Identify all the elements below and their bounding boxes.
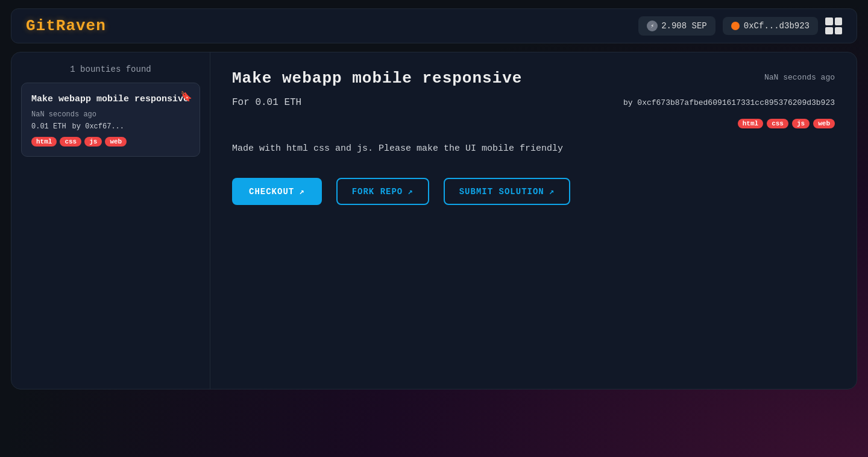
tag-html: html (31, 137, 57, 147)
sep-balance: ⚡ 2.908 SEP (638, 16, 715, 36)
bounty-time: NaN seconds ago (764, 73, 835, 82)
fork-external-icon (407, 186, 413, 197)
submit-solution-button[interactable]: SUBMIT SOLUTION (444, 178, 570, 205)
bounty-card-amount: 0.01 ETH (31, 122, 66, 131)
bounty-card-tags: html css js web (31, 137, 190, 147)
bounty-tags-row: html css js web (232, 119, 835, 128)
left-panel: 1 bounties found Make webapp mobile resp… (11, 52, 210, 389)
bookmark-icon[interactable]: 🔖 (180, 90, 192, 102)
bounty-card[interactable]: Make webapp mobile responsive NaN second… (21, 83, 200, 157)
bounty-title-row: Make webapp mobile responsive NaN second… (232, 69, 835, 87)
wallet-dot (731, 22, 740, 30)
right-panel: Make webapp mobile responsive NaN second… (210, 52, 857, 389)
bounty-card-time: NaN seconds ago (31, 110, 190, 119)
bounty-card-author: by 0xcf67... (72, 122, 124, 131)
detail-tag-web: web (813, 119, 835, 128)
main-container: 1 bounties found Make webapp mobile resp… (11, 52, 857, 389)
wallet-address[interactable]: 0xCf...d3b923 (723, 17, 818, 35)
fork-repo-button[interactable]: FORK REPO (336, 178, 429, 205)
tag-web: web (105, 137, 127, 147)
tag-css: css (60, 137, 81, 147)
logo: GitRaven (26, 17, 106, 35)
header-right: ⚡ 2.908 SEP 0xCf...d3b923 (638, 16, 842, 36)
tag-js: js (84, 137, 102, 147)
bounty-details-row: For 0.01 ETH by 0xcf673b87afbed609161733… (232, 97, 835, 108)
grid-menu-icon[interactable] (825, 17, 842, 34)
checkout-button[interactable]: CHECKOUT (232, 178, 322, 205)
header: GitRaven ⚡ 2.908 SEP 0xCf...d3b923 (11, 8, 857, 43)
detail-tag-js: js (792, 119, 810, 128)
detail-tag-html: html (738, 119, 763, 128)
bounty-main-title: Make webapp mobile responsive (232, 69, 522, 87)
submit-external-icon (549, 186, 555, 197)
action-buttons: CHECKOUT FORK REPO SUBMIT SOLUTION (232, 178, 835, 205)
bounties-count: 1 bounties found (21, 65, 200, 74)
bounty-card-meta: 0.01 ETH by 0xcf67... (31, 122, 190, 131)
checkout-external-icon (299, 186, 304, 197)
bounty-description: Made with html css and js. Please make t… (232, 142, 835, 156)
bounty-price: For 0.01 ETH (232, 97, 301, 108)
sep-icon: ⚡ (647, 20, 658, 31)
bounty-author: by 0xcf673b87afbed6091617331cc895376209d… (623, 98, 835, 107)
bounty-card-title: Make webapp mobile responsive (31, 93, 190, 106)
detail-tag-css: css (767, 119, 788, 128)
